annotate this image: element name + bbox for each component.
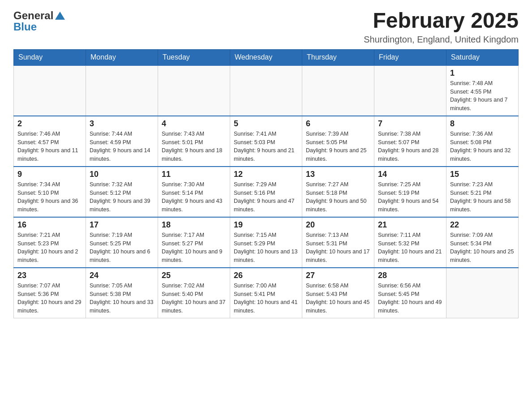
day-info: Sunrise: 7:36 AMSunset: 5:08 PMDaylight:… [450,130,515,163]
table-row [302,65,374,116]
day-number: 6 [306,119,370,128]
day-number: 3 [90,119,154,128]
day-info: Sunrise: 7:32 AMSunset: 5:12 PMDaylight:… [90,180,154,214]
table-row [86,65,158,116]
table-row: 27Sunrise: 6:58 AMSunset: 5:43 PMDayligh… [302,268,374,318]
table-row: 15Sunrise: 7:23 AMSunset: 5:21 PMDayligh… [446,167,519,217]
day-number: 21 [378,220,442,230]
table-row: 26Sunrise: 7:00 AMSunset: 5:41 PMDayligh… [230,268,302,318]
table-row: 4Sunrise: 7:43 AMSunset: 5:01 PMDaylight… [158,116,230,167]
day-info: Sunrise: 7:05 AMSunset: 5:38 PMDaylight:… [90,282,154,315]
calendar-week-row: 16Sunrise: 7:21 AMSunset: 5:23 PMDayligh… [14,217,519,268]
day-info: Sunrise: 7:46 AMSunset: 4:57 PMDaylight:… [17,130,82,163]
table-row: 25Sunrise: 7:02 AMSunset: 5:40 PMDayligh… [158,268,230,318]
col-saturday: Saturday [446,49,519,65]
day-info: Sunrise: 7:39 AMSunset: 5:05 PMDaylight:… [306,130,370,163]
logo: General Blue [13,9,65,33]
day-number: 12 [234,170,298,179]
day-number: 4 [162,119,226,128]
day-number: 28 [378,271,442,280]
table-row [14,65,86,116]
table-row: 16Sunrise: 7:21 AMSunset: 5:23 PMDayligh… [14,217,86,268]
day-number: 25 [162,271,226,280]
table-row: 17Sunrise: 7:19 AMSunset: 5:25 PMDayligh… [86,217,158,268]
calendar-week-row: 1Sunrise: 7:48 AMSunset: 4:55 PMDaylight… [14,65,519,116]
day-number: 13 [306,170,370,179]
day-info: Sunrise: 7:38 AMSunset: 5:07 PMDaylight:… [378,130,442,163]
table-row: 7Sunrise: 7:38 AMSunset: 5:07 PMDaylight… [374,116,446,167]
col-monday: Monday [86,49,158,65]
table-row [230,65,302,116]
table-row: 9Sunrise: 7:34 AMSunset: 5:10 PMDaylight… [14,167,86,217]
day-info: Sunrise: 7:44 AMSunset: 4:59 PMDaylight:… [90,130,154,163]
day-info: Sunrise: 7:07 AMSunset: 5:36 PMDaylight:… [17,282,82,315]
table-row: 5Sunrise: 7:41 AMSunset: 5:03 PMDaylight… [230,116,302,167]
table-row: 19Sunrise: 7:15 AMSunset: 5:29 PMDayligh… [230,217,302,268]
day-info: Sunrise: 7:13 AMSunset: 5:31 PMDaylight:… [306,231,370,265]
day-info: Sunrise: 7:43 AMSunset: 5:01 PMDaylight:… [162,130,226,163]
day-number: 1 [450,68,515,78]
table-row: 21Sunrise: 7:11 AMSunset: 5:32 PMDayligh… [374,217,446,268]
day-number: 5 [234,119,298,128]
day-info: Sunrise: 7:48 AMSunset: 4:55 PMDaylight:… [450,79,515,113]
day-info: Sunrise: 7:00 AMSunset: 5:41 PMDaylight:… [234,282,298,315]
day-info: Sunrise: 7:27 AMSunset: 5:18 PMDaylight:… [306,180,370,214]
col-friday: Friday [374,49,446,65]
day-info: Sunrise: 7:21 AMSunset: 5:23 PMDaylight:… [17,231,82,265]
calendar-week-row: 2Sunrise: 7:46 AMSunset: 4:57 PMDaylight… [14,116,519,167]
col-thursday: Thursday [302,49,374,65]
calendar-table: Sunday Monday Tuesday Wednesday Thursday… [13,49,519,318]
table-row: 8Sunrise: 7:36 AMSunset: 5:08 PMDaylight… [446,116,519,167]
day-number: 18 [162,220,226,230]
logo-blue-text: Blue [13,21,37,33]
day-number: 14 [378,170,442,179]
table-row: 24Sunrise: 7:05 AMSunset: 5:38 PMDayligh… [86,268,158,318]
day-info: Sunrise: 7:02 AMSunset: 5:40 PMDaylight:… [162,282,226,315]
day-info: Sunrise: 7:34 AMSunset: 5:10 PMDaylight:… [17,180,82,214]
table-row [374,65,446,116]
calendar-week-row: 9Sunrise: 7:34 AMSunset: 5:10 PMDaylight… [14,167,519,217]
col-sunday: Sunday [14,49,86,65]
day-info: Sunrise: 7:23 AMSunset: 5:21 PMDaylight:… [450,180,515,214]
day-number: 27 [306,271,370,280]
table-row: 12Sunrise: 7:29 AMSunset: 5:16 PMDayligh… [230,167,302,217]
day-number: 19 [234,220,298,230]
day-info: Sunrise: 7:41 AMSunset: 5:03 PMDaylight:… [234,130,298,163]
table-row: 6Sunrise: 7:39 AMSunset: 5:05 PMDaylight… [302,116,374,167]
logo-general-text: General [13,9,53,22]
table-row: 10Sunrise: 7:32 AMSunset: 5:12 PMDayligh… [86,167,158,217]
day-number: 26 [234,271,298,280]
day-info: Sunrise: 7:15 AMSunset: 5:29 PMDaylight:… [234,231,298,265]
day-info: Sunrise: 7:11 AMSunset: 5:32 PMDaylight:… [378,231,442,265]
table-row: 1Sunrise: 7:48 AMSunset: 4:55 PMDaylight… [446,65,519,116]
day-number: 24 [90,271,154,280]
month-title: February 2025 [364,9,519,33]
table-row: 28Sunrise: 6:56 AMSunset: 5:45 PMDayligh… [374,268,446,318]
table-row: 14Sunrise: 7:25 AMSunset: 5:19 PMDayligh… [374,167,446,217]
day-info: Sunrise: 7:19 AMSunset: 5:25 PMDaylight:… [90,231,154,265]
day-number: 20 [306,220,370,230]
col-wednesday: Wednesday [230,49,302,65]
table-row [446,268,519,318]
day-number: 17 [90,220,154,230]
svg-marker-0 [55,12,65,20]
day-info: Sunrise: 7:30 AMSunset: 5:14 PMDaylight:… [162,180,226,214]
day-number: 22 [450,220,515,230]
day-info: Sunrise: 6:56 AMSunset: 5:45 PMDaylight:… [378,282,442,315]
col-tuesday: Tuesday [158,49,230,65]
day-number: 10 [90,170,154,179]
day-number: 15 [450,170,515,179]
table-row [158,65,230,116]
table-row: 11Sunrise: 7:30 AMSunset: 5:14 PMDayligh… [158,167,230,217]
table-row: 20Sunrise: 7:13 AMSunset: 5:31 PMDayligh… [302,217,374,268]
calendar-header-row: Sunday Monday Tuesday Wednesday Thursday… [14,49,519,65]
table-row: 18Sunrise: 7:17 AMSunset: 5:27 PMDayligh… [158,217,230,268]
day-info: Sunrise: 7:25 AMSunset: 5:19 PMDaylight:… [378,180,442,214]
title-section: February 2025 Shurdington, England, Unit… [364,9,519,45]
day-number: 23 [17,271,82,280]
day-info: Sunrise: 7:09 AMSunset: 5:34 PMDaylight:… [450,231,515,265]
table-row: 2Sunrise: 7:46 AMSunset: 4:57 PMDaylight… [14,116,86,167]
table-row: 22Sunrise: 7:09 AMSunset: 5:34 PMDayligh… [446,217,519,268]
day-number: 11 [162,170,226,179]
table-row: 13Sunrise: 7:27 AMSunset: 5:18 PMDayligh… [302,167,374,217]
